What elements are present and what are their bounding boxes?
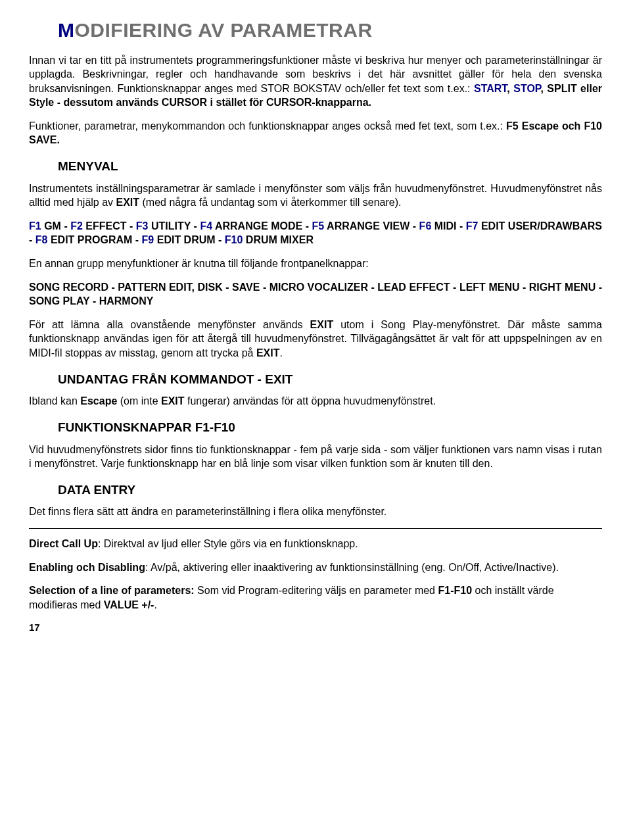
fknappar-paragraph: Vid huvudmenyfönstrets sidor finns tio f… [29, 443, 602, 471]
intro-paragraph-1: Innan vi tar en titt på instrumentets pr… [29, 53, 602, 110]
intro-paragraph-2: Funktioner, parametrar, menykommandon oc… [29, 119, 602, 147]
dataentry-intro: Det finns flera sätt att ändra en parame… [29, 505, 602, 519]
heading-menyval: MENYVAL [29, 158, 602, 175]
selection-line: Selection of a line of parameters: Som v… [29, 583, 602, 612]
kw-start: START [474, 83, 507, 94]
page-number: 17 [29, 621, 602, 634]
page-title: MODIFIERING AV PARAMETRAR [29, 17, 602, 44]
exit-paragraph: För att lämna alla ovanstående menyfönst… [29, 318, 602, 360]
title-rest: ODIFIERING AV PARAMETRAR [75, 19, 373, 41]
undantag-paragraph: Ibland kan Escape (om inte EXIT fungerar… [29, 394, 602, 408]
menu-line: F1 GM - F2 EFFECT - F3 UTILITY - F4 ARRA… [29, 219, 602, 247]
heading-dataentry: DATA ENTRY [29, 482, 602, 499]
heading-fknappar: FUNKTIONSKNAPPAR F1-F10 [29, 419, 602, 436]
other-group-intro: En annan grupp menyfunktioner är knutna … [29, 257, 602, 271]
front-panel-line: SONG RECORD - PATTERN EDIT, DISK - SAVE … [29, 280, 602, 309]
menyval-paragraph: Instrumentets inställningsparametrar är … [29, 182, 602, 210]
kw-stop: STOP [513, 83, 540, 94]
divider [29, 528, 602, 529]
heading-undantag: UNDANTAG FRÅN KOMMANDOT - EXIT [29, 371, 602, 388]
enabling-disabling: Enabling och Disabling: Av/på, aktiverin… [29, 560, 602, 575]
title-first-letter: M [58, 19, 75, 41]
kw-exit: EXIT [116, 197, 140, 208]
direct-call-up: Direct Call Up: Direktval av ljud eller … [29, 537, 602, 551]
